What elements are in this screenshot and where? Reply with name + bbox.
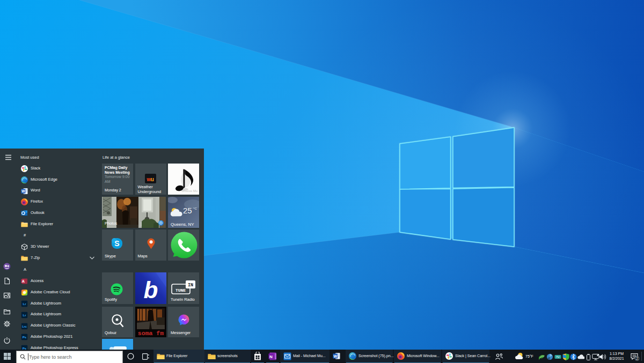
svg-text:b: b [143,277,158,303]
svg-text:N: N [269,354,273,359]
svg-text:TUNE: TUNE [175,287,186,292]
svg-text:TV: TV [556,355,560,359]
svg-text:soma fm: soma fm [137,330,163,337]
svg-text:Lrc: Lrc [22,324,27,328]
svg-text:IN: IN [188,283,193,288]
svg-text:Ps: Ps [23,336,27,339]
svg-text:Groove Mu: Groove Mu [181,189,197,192]
svg-text:2: 2 [636,357,638,360]
svg-text:W: W [333,354,337,358]
svg-text:Lr: Lr [23,302,26,306]
svg-text:S: S [114,239,119,248]
svg-text:W: W [21,189,25,193]
svg-text:A: A [22,279,25,283]
svg-text:Lr: Lr [23,313,26,316]
